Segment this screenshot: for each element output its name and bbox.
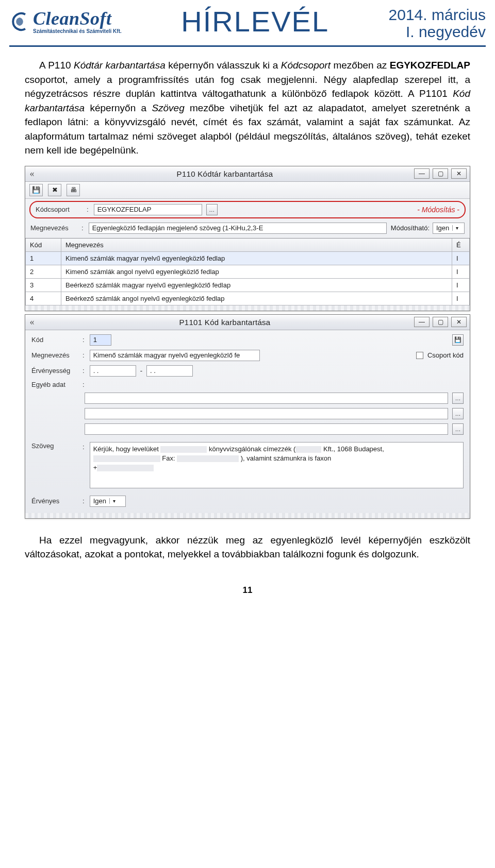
txt-italic: Szöveg [152, 103, 184, 113]
ervenyesseg-to-field[interactable]: . . [146, 365, 193, 377]
label-egyeb-adat: Egyéb adat [31, 381, 80, 388]
close-button[interactable]: ✕ [451, 168, 467, 179]
label-ervenyes: Érvényes [31, 497, 80, 505]
toolbar-print-icon[interactable]: 🖶 [67, 184, 80, 196]
newsletter-title: HÍRLEVÉL [181, 7, 329, 36]
issue-quarter: I. negyedév [389, 23, 486, 40]
cell-kod: 3 [25, 279, 61, 292]
egyeb-adat-field-1[interactable] [85, 393, 448, 404]
megnevezes-value: Kimenő számlák magyar nyelvű egyenlegköz… [93, 351, 240, 359]
window-p1101: « P1101 Kód karbantartása — ▢ ✕ Kód: 1 💾… [25, 314, 470, 519]
col-header-megnev[interactable]: Megnevezés [61, 239, 452, 252]
cell-e: I [452, 279, 470, 292]
table-row[interactable]: 1 Kimenő számlák magyar nyelvű egyenlegk… [25, 252, 470, 265]
ervenyes-value: Igen [90, 497, 109, 505]
toolbar-save-icon[interactable]: 💾 [29, 184, 43, 196]
body-text-2: Ha ezzel megvagyunk, akkor nézzük meg az… [0, 533, 495, 561]
cell-kod: 2 [25, 265, 61, 279]
label-csoportkod: Csoport kód [427, 351, 464, 359]
label-megnevezes: Megnevezés [30, 224, 79, 232]
cell-megnev: Beérkező számlák angol nyelvű egyenlegkö… [61, 292, 452, 305]
erv-to-value: . . [150, 367, 156, 375]
redacted-text [97, 465, 154, 471]
modosithato-value: Igen [433, 224, 452, 232]
csoportkod-checkbox[interactable] [416, 352, 423, 359]
ervenyesseg-from-field[interactable]: . . [90, 365, 136, 377]
egyeb-adat-field-3[interactable] [85, 423, 448, 435]
kodcsoport-value: EGYKOZFEDLAP [97, 206, 152, 213]
txt-bold: EGYKOZFEDLAP [390, 60, 470, 71]
page-number: 11 [0, 570, 495, 606]
kodcsoport-row-highlight: Kódcsoport: EGYKOZFEDLAP … - Módosítás - [29, 201, 466, 218]
col-header-e[interactable]: É [452, 239, 470, 252]
window-title: P1101 Kód karbantartása [36, 318, 414, 327]
megnevezes-field[interactable]: Egyenlegközlő fedlapján megjelenő szöveg… [89, 223, 387, 234]
kodcsoport-lookup-button[interactable]: … [206, 204, 218, 215]
kod-field[interactable]: 1 [90, 334, 111, 346]
status-modositas: - Módosítás - [417, 206, 459, 214]
txt-italic: Kódcsoport [281, 60, 331, 71]
szoveg-textarea[interactable]: Kérjük, hogy levelüket könyvvizsgálónak … [90, 442, 464, 488]
modosithato-select[interactable]: Igen ▾ [433, 223, 465, 234]
toolbar-save-icon[interactable]: 💾 [452, 334, 464, 346]
txt: mezőben az [331, 60, 390, 71]
erv-from-value: . . [93, 367, 99, 375]
maximize-button[interactable]: ▢ [433, 168, 448, 179]
redacted-text [177, 455, 239, 462]
szoveg-text: Kérjük, hogy levelüket [93, 445, 161, 453]
kodcsoport-field[interactable]: EGYKOZFEDLAP [94, 204, 202, 215]
cell-e: I [452, 265, 470, 279]
cell-kod: 1 [25, 252, 61, 265]
txt-italic: Kódtár karbantartása [74, 60, 166, 71]
close-button[interactable]: ✕ [451, 317, 467, 327]
toolbar: 💾 ✖ 🖶 [25, 182, 470, 199]
minimize-button[interactable]: — [414, 317, 430, 327]
szoveg-text: + [93, 464, 97, 471]
maximize-button[interactable]: ▢ [433, 317, 448, 327]
minimize-button[interactable]: — [414, 168, 430, 179]
egyeb-lookup-1[interactable]: … [452, 393, 464, 404]
torn-edge [25, 305, 470, 311]
chevron-down-icon: ▾ [452, 225, 461, 231]
redacted-text [295, 446, 321, 453]
kod-value: 1 [93, 336, 97, 344]
table-row[interactable]: 3 Beérkező számlák magyar nyelvű egyenle… [25, 279, 470, 292]
header-rule [9, 45, 486, 47]
paragraph-2: Ha ezzel megvagyunk, akkor nézzük meg az… [25, 533, 470, 561]
logo-subtitle: Számítástechnikai és Számviteli Kft. [33, 29, 122, 34]
cell-e: I [452, 292, 470, 305]
cell-e: I [452, 252, 470, 265]
label-szoveg: Szöveg [31, 442, 80, 450]
txt: csoportot, amely a programfrissítés után… [25, 74, 470, 99]
ervenyes-select[interactable]: Igen ▾ [90, 496, 126, 507]
window-handle-icon[interactable]: « [28, 168, 36, 179]
codes-grid[interactable]: Kód Megnevezés É 1 Kimenő számlák magyar… [25, 238, 470, 305]
chevron-down-icon: ▾ [109, 498, 119, 504]
label-kod: Kód [31, 336, 80, 344]
egyeb-adat-field-2[interactable] [85, 408, 448, 419]
cell-kod: 4 [25, 292, 61, 305]
label-megnevezes: Megnevezés [31, 351, 80, 359]
cell-megnev: Beérkező számlák magyar nyelvű egyenlegk… [61, 279, 452, 292]
txt: képernyőn válasszuk ki a [166, 60, 281, 71]
szoveg-text: ), valamint számunkra is faxon [239, 454, 331, 462]
window-handle-icon[interactable]: « [28, 317, 36, 328]
egyeb-lookup-2[interactable]: … [452, 408, 464, 419]
logo: CleanSoft Számítástechnikai és Számvitel… [9, 9, 122, 34]
body-text-1: A P110 Kódtár karbantartása képernyőn vá… [0, 58, 495, 158]
issue-date: 2014. március [389, 6, 486, 23]
table-row[interactable]: 2 Kimenő számlák angol nyelvű egyenlegkö… [25, 265, 470, 279]
redacted-text [93, 455, 160, 462]
logo-title: CleanSoft [33, 9, 122, 28]
label-ervenyesseg: Érvényesség [31, 367, 80, 375]
toolbar-delete-icon[interactable]: ✖ [48, 184, 61, 196]
issue-block: 2014. március I. negyedév [389, 6, 486, 40]
megnevezes-field[interactable]: Kimenő számlák magyar nyelvű egyenlegköz… [90, 350, 260, 361]
txt: A P110 [39, 60, 74, 71]
col-header-kod[interactable]: Kód [25, 239, 61, 252]
cell-megnev: Kimenő számlák angol nyelvű egyenlegközl… [61, 265, 452, 279]
txt: képernyőn a [85, 103, 152, 113]
label-kodcsoport: Kódcsoport [36, 206, 85, 213]
table-row[interactable]: 4 Beérkező számlák angol nyelvű egyenleg… [25, 292, 470, 305]
egyeb-lookup-3[interactable]: … [452, 423, 464, 435]
